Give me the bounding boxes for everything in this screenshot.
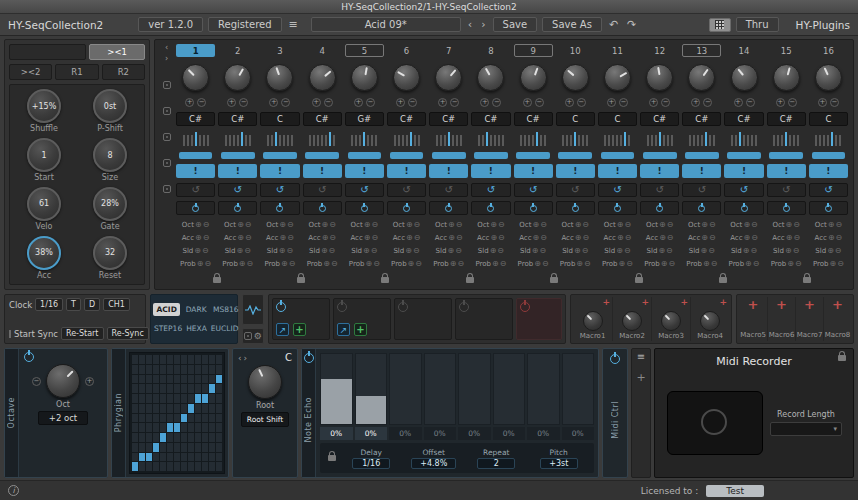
knob-start[interactable]: 1 bbox=[27, 138, 61, 172]
step-length-bar[interactable] bbox=[305, 152, 339, 159]
scale-cell[interactable] bbox=[202, 462, 208, 471]
add-module-icon[interactable]: + bbox=[636, 372, 645, 383]
step-slide[interactable]: ↺ bbox=[218, 183, 257, 197]
seq-tab-spacer[interactable] bbox=[9, 44, 86, 60]
minus-circle-icon[interactable]: ⊖ bbox=[666, 247, 673, 255]
step-plus-icon[interactable]: + bbox=[565, 98, 574, 107]
step-slide[interactable]: ↺ bbox=[176, 183, 215, 197]
scale-cell[interactable] bbox=[181, 453, 187, 462]
minus-circle-icon[interactable]: ⊖ bbox=[458, 260, 465, 268]
scale-cell[interactable] bbox=[209, 375, 215, 384]
restart-button[interactable]: Re-Start bbox=[61, 327, 104, 340]
step-gate[interactable] bbox=[514, 201, 553, 215]
mini-prob[interactable]: Prob⊕⊖ bbox=[724, 259, 763, 270]
scale-cell[interactable] bbox=[160, 355, 166, 364]
scale-cell[interactable] bbox=[167, 414, 173, 423]
mini-prob[interactable]: Prob⊕⊖ bbox=[640, 259, 679, 270]
echo-step[interactable] bbox=[355, 353, 388, 425]
step-octave-ticks[interactable] bbox=[767, 130, 806, 146]
plus-circle-icon[interactable]: ⊕ bbox=[659, 234, 666, 242]
record-length-select[interactable]: ▾ bbox=[770, 422, 842, 436]
plus-circle-icon[interactable]: ⊕ bbox=[786, 221, 793, 229]
mini-prob[interactable]: Prob⊕⊖ bbox=[260, 259, 299, 270]
step-knob[interactable] bbox=[815, 64, 842, 91]
minus-circle-icon[interactable]: ⊖ bbox=[245, 221, 252, 229]
knob-reset[interactable]: 32 bbox=[93, 236, 127, 270]
mini-prob[interactable]: Prob⊕⊖ bbox=[345, 259, 384, 270]
macro-assign-icon[interactable]: + bbox=[804, 299, 815, 311]
lock-icon[interactable] bbox=[803, 277, 811, 283]
scale-cell[interactable] bbox=[202, 443, 208, 452]
mini-sld[interactable]: Sld⊕⊖ bbox=[809, 246, 848, 257]
scale-cell[interactable] bbox=[139, 414, 145, 423]
scale-cell[interactable] bbox=[167, 394, 173, 403]
minus-circle-icon[interactable]: ⊖ bbox=[625, 221, 632, 229]
step-plus-icon[interactable]: + bbox=[818, 98, 827, 107]
step-accent[interactable]: ! bbox=[218, 164, 257, 178]
step-octave-ticks[interactable] bbox=[303, 130, 342, 146]
step-length-bar[interactable] bbox=[769, 152, 803, 159]
plus-circle-icon[interactable]: ⊕ bbox=[322, 221, 329, 229]
mini-prob[interactable]: Prob⊕⊖ bbox=[682, 259, 721, 270]
step-number[interactable]: 8 bbox=[471, 44, 510, 57]
scale-cell[interactable] bbox=[202, 423, 208, 432]
mini-acc[interactable]: Acc⊕⊖ bbox=[345, 233, 384, 244]
scale-cell[interactable] bbox=[132, 355, 138, 364]
scale-cell[interactable] bbox=[188, 462, 194, 471]
step-number[interactable]: 11 bbox=[598, 44, 637, 57]
mini-acc[interactable]: Acc⊕⊖ bbox=[514, 233, 553, 244]
minus-circle-icon[interactable]: ⊖ bbox=[371, 221, 378, 229]
step-length-bar[interactable] bbox=[348, 152, 382, 159]
waveform-icon[interactable] bbox=[242, 294, 264, 325]
scale-cell[interactable] bbox=[174, 404, 180, 413]
scale-cell[interactable] bbox=[188, 404, 194, 413]
plus-circle-icon[interactable]: ⊕ bbox=[534, 260, 541, 268]
step-gate[interactable] bbox=[387, 201, 426, 215]
step-length-bar[interactable] bbox=[558, 152, 592, 159]
root-next-icon[interactable]: › bbox=[244, 353, 248, 363]
macro-add-icon[interactable]: + bbox=[720, 297, 728, 307]
mini-oct[interactable]: Oct⊕⊖ bbox=[303, 220, 342, 231]
step-number[interactable]: 9 bbox=[514, 44, 553, 57]
step-gate[interactable] bbox=[429, 201, 468, 215]
knob-gate[interactable]: 28% bbox=[93, 187, 127, 221]
scale-cell[interactable] bbox=[195, 414, 201, 423]
mini-acc[interactable]: Acc⊕⊖ bbox=[598, 233, 637, 244]
step-octave-ticks[interactable] bbox=[260, 130, 299, 146]
minus-circle-icon[interactable]: ⊖ bbox=[371, 247, 378, 255]
plus-circle-icon[interactable]: ⊕ bbox=[785, 247, 792, 255]
row-randomize-icon[interactable] bbox=[163, 159, 171, 167]
scale-cell[interactable] bbox=[174, 453, 180, 462]
echo-param-value[interactable]: 2 bbox=[477, 458, 515, 469]
gear-icon[interactable]: ⚙ bbox=[254, 331, 262, 341]
step-minus-icon[interactable]: − bbox=[535, 98, 544, 107]
octave-plus-button[interactable]: + bbox=[85, 377, 94, 386]
step-note[interactable]: C# bbox=[724, 112, 763, 126]
plus-circle-icon[interactable]: ⊕ bbox=[448, 234, 455, 242]
minus-circle-icon[interactable]: ⊖ bbox=[244, 247, 251, 255]
scale-cell[interactable] bbox=[139, 404, 145, 413]
step-number[interactable]: 3 bbox=[260, 44, 299, 57]
mod-power-icon[interactable] bbox=[459, 302, 469, 312]
mod-slot-5[interactable] bbox=[516, 298, 562, 340]
seq-tab[interactable]: R2 bbox=[102, 64, 145, 80]
midi-drag-pad[interactable] bbox=[667, 391, 763, 455]
scale-cell[interactable] bbox=[188, 365, 194, 374]
scale-cell[interactable] bbox=[181, 443, 187, 452]
lock-icon[interactable] bbox=[297, 277, 305, 283]
step-octave-ticks[interactable] bbox=[429, 130, 468, 146]
minus-circle-icon[interactable]: ⊖ bbox=[582, 247, 589, 255]
seq-tab[interactable]: ><1 bbox=[89, 44, 145, 60]
scale-cell[interactable] bbox=[216, 443, 222, 452]
scale-cell[interactable] bbox=[188, 355, 194, 364]
minus-circle-icon[interactable]: ⊖ bbox=[289, 260, 296, 268]
scale-cell[interactable] bbox=[132, 394, 138, 403]
midi-channel-box[interactable]: CH1 bbox=[103, 298, 130, 311]
plus-circle-icon[interactable]: ⊕ bbox=[574, 247, 581, 255]
step-note[interactable]: C# bbox=[429, 112, 468, 126]
step-plus-icon[interactable]: + bbox=[691, 98, 700, 107]
minus-circle-icon[interactable]: ⊖ bbox=[372, 234, 379, 242]
step-minus-icon[interactable]: − bbox=[661, 98, 670, 107]
scale-cell[interactable] bbox=[146, 414, 152, 423]
scale-cell[interactable] bbox=[181, 404, 187, 413]
